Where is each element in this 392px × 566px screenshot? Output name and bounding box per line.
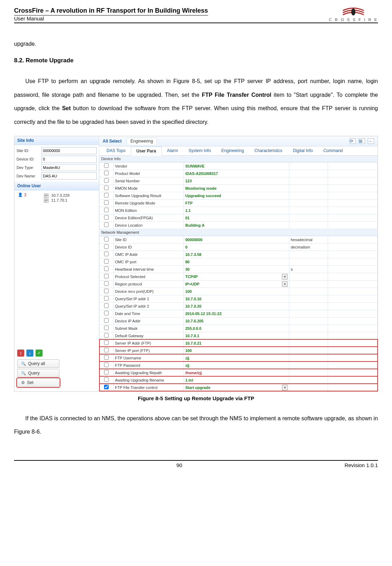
param-value[interactable]: 01 — [184, 214, 289, 221]
chevron-down-icon[interactable]: ▾ — [282, 281, 288, 287]
param-value[interactable]: 10.7.0.21 — [184, 339, 289, 347]
param-value[interactable]: 0 — [184, 243, 289, 251]
row-checkbox[interactable] — [104, 244, 109, 249]
param-value[interactable]: 100 — [184, 347, 289, 354]
subtab-command[interactable]: Command — [318, 146, 348, 155]
query-button[interactable]: Query — [17, 369, 59, 377]
param-value[interactable]: 2014-05-12 15:31:22 — [184, 310, 289, 317]
figure-caption: Figure 8-5 Setting up Remote Upgrade via… — [14, 395, 378, 401]
device-id-input[interactable] — [41, 156, 97, 163]
subtab-digital-info[interactable]: Digital Info — [288, 146, 318, 155]
param-value[interactable]: 1.txt — [184, 376, 289, 384]
param-unit — [289, 339, 328, 347]
param-value[interactable]: 10.7.0.1 — [184, 332, 289, 339]
param-value[interactable]: Upgrading succeed — [184, 192, 289, 199]
param-value[interactable]: zjj — [184, 354, 289, 361]
row-checkbox[interactable] — [104, 370, 109, 375]
param-value[interactable]: 30 — [184, 265, 289, 273]
param-value[interactable]: FTP — [184, 199, 289, 207]
query-all-button[interactable]: Query all — [17, 359, 59, 368]
table-row: Server IP port (FTP)100 — [99, 347, 378, 354]
paragraph-1: Use FTP to perform an upgrade remotely. … — [14, 75, 378, 129]
param-value[interactable]: 10.7.3.58 — [184, 251, 289, 258]
param-unit — [289, 221, 328, 229]
param-value[interactable]: 100 — [184, 288, 289, 295]
site-id-input[interactable] — [41, 147, 97, 154]
top-tab-engineering[interactable]: Engineering — [127, 138, 157, 145]
table-row: Software Upgrading ResultUpgrading succe… — [99, 192, 378, 199]
row-checkbox[interactable] — [104, 318, 109, 323]
chevron-down-icon[interactable]: ▾ — [282, 274, 288, 279]
row-checkbox[interactable] — [104, 333, 109, 338]
param-value[interactable]: Building A — [184, 221, 289, 229]
user-icon: 👤 — [18, 193, 23, 197]
row-checkbox[interactable] — [104, 237, 109, 241]
row-checkbox[interactable] — [104, 326, 109, 330]
row-checkbox[interactable] — [104, 178, 109, 183]
row-checkbox[interactable] — [104, 222, 109, 227]
export-icon[interactable]: → — [368, 138, 374, 144]
row-checkbox[interactable] — [104, 363, 109, 367]
param-value[interactable]: 123 — [184, 177, 289, 184]
row-checkbox[interactable] — [104, 348, 109, 352]
dev-type-input[interactable] — [41, 164, 97, 171]
param-value[interactable]: 255.0.0.0 — [184, 325, 289, 332]
param-value[interactable]: 00000000 — [184, 236, 289, 243]
row-checkbox[interactable] — [104, 171, 109, 175]
row-checkbox[interactable] — [104, 311, 109, 315]
param-value[interactable]: iDAS-A201008317 — [184, 170, 289, 177]
row-checkbox[interactable] — [104, 252, 109, 256]
param-value[interactable]: Monitoring mode — [184, 184, 289, 192]
row-checkbox[interactable] — [104, 377, 109, 382]
param-value[interactable]: TCP/IP▾ — [184, 273, 289, 280]
row-checkbox[interactable] — [104, 259, 109, 264]
row-checkbox[interactable] — [104, 208, 109, 212]
row-checkbox[interactable] — [104, 193, 109, 197]
subtab-system-info[interactable]: System Info — [183, 146, 216, 155]
row-checkbox[interactable] — [104, 185, 109, 190]
online-user-header: Online User — [14, 182, 99, 190]
row-checkbox[interactable] — [104, 215, 109, 220]
param-unit — [289, 162, 328, 170]
up-icon[interactable]: ↕ — [17, 350, 24, 357]
row-checkbox[interactable] — [104, 385, 109, 389]
row-checkbox[interactable] — [104, 340, 109, 345]
param-value[interactable]: zjj — [184, 361, 289, 369]
subtab-engineering[interactable]: Engineering — [216, 146, 249, 155]
row-checkbox[interactable] — [104, 355, 109, 360]
set-button[interactable]: Set — [17, 378, 59, 387]
param-name: Device IP Addr — [114, 317, 184, 325]
row-checkbox[interactable] — [104, 281, 109, 286]
param-value[interactable]: 10.7.0.20 — [184, 302, 289, 310]
chevron-down-icon[interactable]: ▾ — [282, 385, 288, 390]
table-row: Protocol SelectedTCP/IP▾ — [99, 273, 378, 280]
row-checkbox[interactable] — [104, 200, 109, 205]
expand-icon[interactable]: ⊞ — [359, 138, 365, 144]
refresh-icon[interactable]: ⟳ — [349, 138, 356, 144]
device-info-table: VendorSUNWAVEProduct ModeliDAS-A20100831… — [99, 162, 378, 229]
row-checkbox[interactable] — [104, 163, 109, 168]
down-icon[interactable]: ↓ — [26, 350, 33, 357]
dev-name-input[interactable] — [41, 172, 97, 180]
param-name: FTP Username — [114, 354, 184, 361]
param-value[interactable]: SUNWAVE — [184, 162, 289, 170]
subtab-characteristics[interactable]: Characteristics — [249, 146, 288, 155]
row-checkbox[interactable] — [104, 274, 109, 278]
row-checkbox[interactable] — [104, 266, 109, 271]
subtab-alarm[interactable]: Alarm — [162, 146, 183, 155]
param-value[interactable]: 1.1 — [184, 207, 289, 214]
row-checkbox[interactable] — [104, 303, 109, 308]
param-value[interactable]: Start upgrade▾ — [184, 384, 289, 391]
all-select-link[interactable]: All Select — [103, 139, 122, 144]
row-checkbox[interactable] — [104, 296, 109, 301]
param-value[interactable]: 10.7.6.205 — [184, 317, 289, 325]
subtab-das-topo[interactable]: DAS Topo — [101, 146, 131, 155]
param-value[interactable]: IP+UDP▾ — [184, 280, 289, 288]
check-icon[interactable]: ✓ — [36, 350, 43, 357]
param-value[interactable]: 80 — [184, 258, 289, 265]
subtab-user-para[interactable]: User Para — [131, 146, 162, 156]
param-value[interactable]: /home/zjj — [184, 369, 289, 376]
param-value[interactable]: 10.7.0.10 — [184, 295, 289, 302]
row-checkbox[interactable] — [104, 289, 109, 293]
param-name: MON Edition — [114, 207, 184, 214]
